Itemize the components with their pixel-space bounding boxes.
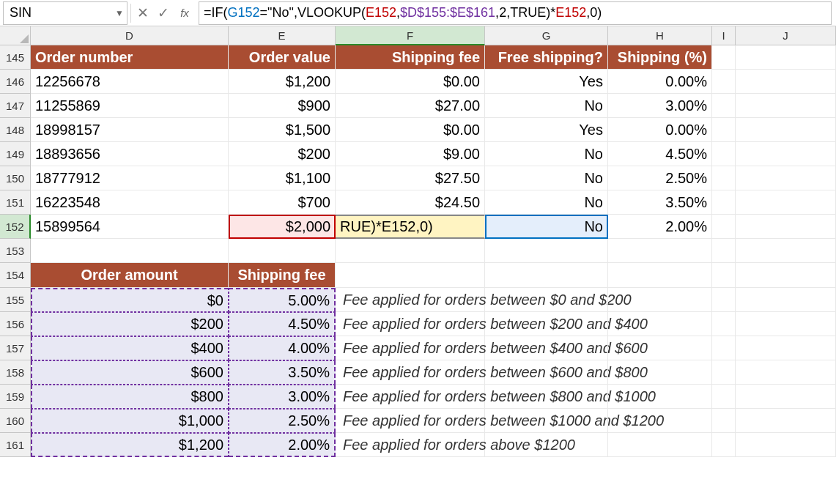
cell[interactable]: $1,500 <box>229 118 336 142</box>
note[interactable]: Fee applied for orders between $1000 and… <box>336 409 485 433</box>
cell[interactable] <box>736 433 836 457</box>
row-header[interactable]: 150 <box>0 166 31 190</box>
lookup-header-fee[interactable]: Shipping fee <box>229 263 336 288</box>
cell[interactable]: $27.00 <box>336 94 485 118</box>
chevron-down-icon[interactable]: ▼ <box>115 8 124 18</box>
cell[interactable]: 3.00% <box>608 94 712 118</box>
cell[interactable] <box>608 433 712 457</box>
cell[interactable] <box>712 45 736 70</box>
cell[interactable]: 3.50% <box>229 360 336 385</box>
cell[interactable] <box>31 239 229 263</box>
cell[interactable]: No <box>485 142 608 166</box>
cell[interactable]: 3.00% <box>229 385 336 409</box>
cell[interactable] <box>736 70 836 94</box>
cell[interactable]: $1,200 <box>31 433 229 457</box>
cell[interactable] <box>608 312 712 336</box>
cell[interactable]: 18893656 <box>31 142 229 166</box>
cell[interactable] <box>712 118 736 142</box>
select-all-corner[interactable] <box>0 26 31 45</box>
cell[interactable] <box>336 263 485 288</box>
cell[interactable] <box>712 288 736 312</box>
cell[interactable]: $1,200 <box>229 70 336 94</box>
cell[interactable] <box>736 288 836 312</box>
header-order-value[interactable]: Order value <box>229 45 336 70</box>
cell[interactable] <box>485 239 608 263</box>
cell-F152-editing[interactable]: RUE)*E152,0) <box>336 215 485 239</box>
cell[interactable]: 18998157 <box>31 118 229 142</box>
cell[interactable]: 4.50% <box>229 312 336 336</box>
cell[interactable] <box>712 263 736 288</box>
note[interactable]: Fee applied for orders between $400 and … <box>336 336 485 360</box>
cell[interactable] <box>736 312 836 336</box>
cell[interactable] <box>712 166 736 190</box>
cell[interactable]: Yes <box>485 118 608 142</box>
header-shipping-fee[interactable]: Shipping fee <box>336 45 485 70</box>
row-header[interactable]: 160 <box>0 409 31 433</box>
cell[interactable]: 3.50% <box>608 190 712 215</box>
cell[interactable] <box>736 215 836 239</box>
cell[interactable]: 0.00% <box>608 118 712 142</box>
cell[interactable]: $1,000 <box>31 409 229 433</box>
cell[interactable] <box>608 360 712 385</box>
row-header[interactable]: 153 <box>0 239 31 263</box>
cell[interactable] <box>736 118 836 142</box>
cell[interactable]: $27.50 <box>336 166 485 190</box>
cell[interactable] <box>485 288 608 312</box>
cell[interactable] <box>712 385 736 409</box>
cell[interactable] <box>712 312 736 336</box>
cell-G152[interactable]: No <box>485 215 608 239</box>
cell[interactable]: Yes <box>485 70 608 94</box>
cell[interactable]: $1,100 <box>229 166 336 190</box>
header-shipping-pct[interactable]: Shipping (%) <box>608 45 712 70</box>
cell[interactable] <box>736 409 836 433</box>
cell[interactable] <box>712 215 736 239</box>
cell[interactable] <box>736 239 836 263</box>
cell[interactable] <box>712 190 736 215</box>
cell[interactable]: $900 <box>229 94 336 118</box>
cell[interactable]: 16223548 <box>31 190 229 215</box>
formula-input[interactable]: =IF( G152 = "No" , VLOOKUP( E152 , $D$15… <box>199 1 832 25</box>
cell[interactable]: 0.00% <box>608 70 712 94</box>
note[interactable]: Fee applied for orders between $800 and … <box>336 385 485 409</box>
cell[interactable]: 5.00% <box>229 288 336 312</box>
cell[interactable]: $0.00 <box>336 118 485 142</box>
lookup-header-amount[interactable]: Order amount <box>31 263 229 288</box>
header-free-shipping[interactable]: Free shipping? <box>485 45 608 70</box>
row-header[interactable]: 157 <box>0 336 31 360</box>
cell[interactable] <box>485 385 608 409</box>
cell[interactable] <box>712 409 736 433</box>
cell[interactable] <box>712 360 736 385</box>
row-header[interactable]: 156 <box>0 312 31 336</box>
cell[interactable]: 11255869 <box>31 94 229 118</box>
cell[interactable] <box>712 433 736 457</box>
cell[interactable]: 2.50% <box>229 409 336 433</box>
cell[interactable] <box>608 336 712 360</box>
cancel-icon[interactable]: ✕ <box>133 3 153 23</box>
cell[interactable] <box>736 190 836 215</box>
cell[interactable]: 4.00% <box>229 336 336 360</box>
cell[interactable] <box>608 385 712 409</box>
header-order-number[interactable]: Order number <box>31 45 229 70</box>
cell[interactable] <box>485 312 608 336</box>
note[interactable]: Fee applied for orders between $0 and $2… <box>336 288 485 312</box>
cell[interactable]: 2.50% <box>608 166 712 190</box>
row-header[interactable]: 154 <box>0 263 31 288</box>
col-header-F[interactable]: F <box>336 26 485 45</box>
cell[interactable] <box>608 239 712 263</box>
cell[interactable]: $400 <box>31 336 229 360</box>
cell[interactable]: No <box>485 94 608 118</box>
cell[interactable]: $800 <box>31 385 229 409</box>
row-header[interactable]: 149 <box>0 142 31 166</box>
row-header[interactable]: 151 <box>0 190 31 215</box>
row-header[interactable]: 159 <box>0 385 31 409</box>
col-header-D[interactable]: D <box>31 26 229 45</box>
cell[interactable]: 2.00% <box>229 433 336 457</box>
cell[interactable] <box>712 142 736 166</box>
row-header[interactable]: 152 <box>0 215 31 239</box>
cell[interactable] <box>736 336 836 360</box>
cell[interactable] <box>485 336 608 360</box>
cell[interactable]: $200 <box>229 142 336 166</box>
cell[interactable] <box>608 263 712 288</box>
cell[interactable] <box>736 45 836 70</box>
cell[interactable]: No <box>485 166 608 190</box>
